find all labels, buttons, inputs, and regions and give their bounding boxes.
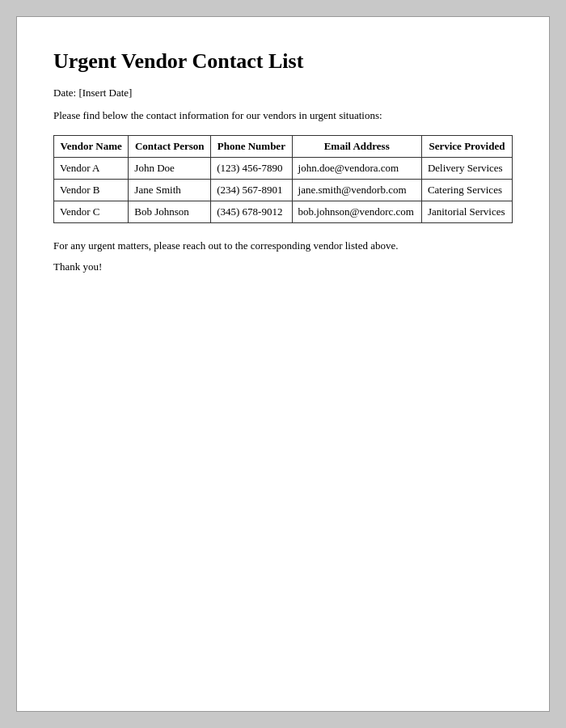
- vendor-table: Vendor Name Contact Person Phone Number …: [53, 135, 513, 223]
- footer-text: For any urgent matters, please reach out…: [53, 239, 513, 252]
- cell-email_address-1: jane.smith@vendorb.com: [292, 180, 421, 201]
- cell-phone_number-0: (123) 456-7890: [211, 158, 292, 180]
- intro-text: Please find below the contact informatio…: [53, 109, 513, 122]
- thank-you-text: Thank you!: [53, 260, 513, 273]
- col-header-phone-number: Phone Number: [211, 136, 292, 158]
- table-header-row: Vendor Name Contact Person Phone Number …: [54, 136, 513, 158]
- cell-contact_person-0: John Doe: [129, 158, 211, 180]
- cell-vendor_name-2: Vendor C: [54, 201, 129, 223]
- cell-phone_number-1: (234) 567-8901: [211, 180, 292, 201]
- cell-phone_number-2: (345) 678-9012: [211, 201, 292, 223]
- cell-contact_person-2: Bob Johnson: [129, 201, 211, 223]
- cell-service_provided-0: Delivery Services: [421, 158, 512, 180]
- cell-email_address-2: bob.johnson@vendorc.com: [292, 201, 421, 223]
- document-page: Urgent Vendor Contact List Date: [Insert…: [16, 16, 550, 712]
- col-header-contact-person: Contact Person: [129, 136, 211, 158]
- cell-service_provided-1: Catering Services: [421, 180, 512, 201]
- page-title: Urgent Vendor Contact List: [53, 49, 513, 74]
- col-header-service-provided: Service Provided: [421, 136, 512, 158]
- table-row: Vendor AJohn Doe(123) 456-7890john.doe@v…: [54, 158, 513, 180]
- cell-email_address-0: john.doe@vendora.com: [292, 158, 421, 180]
- col-header-email-address: Email Address: [292, 136, 421, 158]
- table-row: Vendor BJane Smith(234) 567-8901jane.smi…: [54, 180, 513, 201]
- cell-service_provided-2: Janitorial Services: [421, 201, 512, 223]
- table-row: Vendor CBob Johnson(345) 678-9012bob.joh…: [54, 201, 513, 223]
- date-line: Date: [Insert Date]: [53, 87, 513, 99]
- col-header-vendor-name: Vendor Name: [54, 136, 129, 158]
- cell-contact_person-1: Jane Smith: [129, 180, 211, 201]
- cell-vendor_name-1: Vendor B: [54, 180, 129, 201]
- cell-vendor_name-0: Vendor A: [54, 158, 129, 180]
